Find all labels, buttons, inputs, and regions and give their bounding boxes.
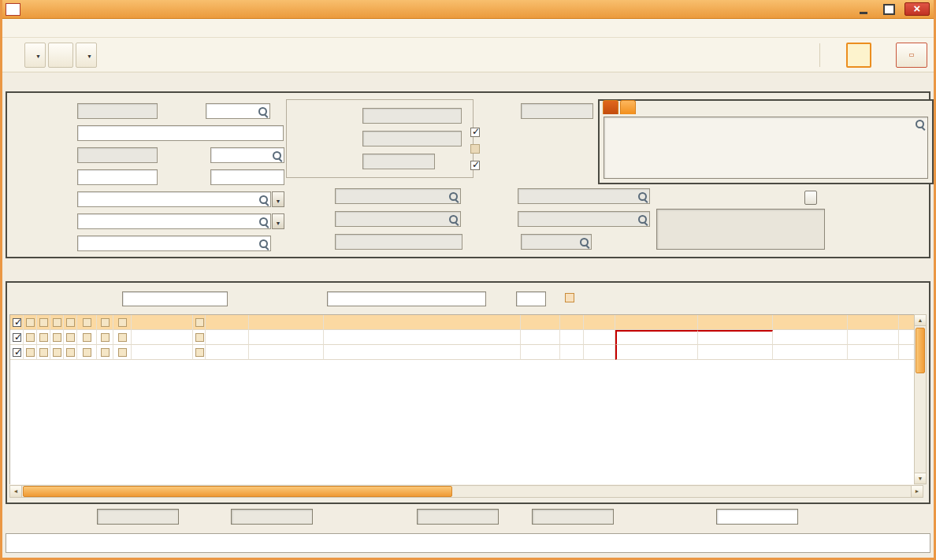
row-flag-checkbox[interactable]	[39, 333, 48, 342]
cell-unit[interactable]	[584, 315, 615, 330]
sub-orders-field[interactable]	[210, 169, 284, 185]
end-date-field[interactable]	[362, 131, 462, 146]
row-flag-checkbox[interactable]	[39, 318, 48, 327]
cell-description[interactable]	[324, 345, 521, 360]
cell-action[interactable]	[206, 330, 249, 345]
labor-planner-field[interactable]	[77, 235, 271, 251]
contact-tel-field[interactable]	[335, 234, 462, 250]
horizontal-scrollbar[interactable]	[9, 485, 923, 498]
duration-field[interactable]	[362, 154, 435, 169]
search-icon[interactable]	[637, 214, 648, 224]
sales-person-field[interactable]	[77, 213, 271, 229]
site-field[interactable]	[77, 169, 158, 185]
row-select-checkbox[interactable]	[13, 318, 21, 327]
product-input[interactable]	[327, 291, 486, 306]
number-field[interactable]	[77, 103, 158, 119]
tab-comments[interactable]	[603, 100, 618, 114]
cell-description[interactable]	[324, 315, 521, 330]
table-row[interactable]	[10, 315, 923, 330]
document-folder-box[interactable]	[656, 209, 825, 250]
cell-status[interactable]	[132, 315, 193, 330]
event-pricing-checkbox[interactable]	[470, 144, 480, 154]
cell-week-price[interactable]	[848, 330, 899, 345]
cell-week-price[interactable]	[848, 345, 899, 360]
cell-returning-site[interactable]	[698, 345, 773, 360]
search-icon[interactable]	[258, 106, 268, 117]
dwm-pricing-checkbox[interactable]	[470, 161, 480, 170]
start-date-field[interactable]	[362, 108, 462, 124]
scroll-up-icon[interactable]	[915, 315, 926, 326]
project-mgr-dropdown[interactable]	[272, 191, 284, 207]
comments-textarea[interactable]	[604, 117, 928, 179]
reset-button[interactable]	[804, 191, 817, 205]
sub-rent-button[interactable]	[76, 43, 97, 68]
row-flag-checkbox[interactable]	[118, 333, 127, 342]
chevron-down-icon[interactable]	[87, 49, 92, 61]
cell-status[interactable]	[132, 345, 193, 360]
sales-person-dropdown[interactable]	[272, 213, 284, 229]
horizontal-scroll-thumb[interactable]	[23, 486, 452, 497]
cell-qty[interactable]	[560, 330, 584, 345]
cell-description[interactable]	[324, 330, 521, 345]
description-field[interactable]	[77, 125, 284, 141]
date-created-field[interactable]	[77, 147, 158, 163]
maximize-icon[interactable]	[879, 2, 898, 16]
cell-qty[interactable]	[560, 315, 584, 330]
qty-input[interactable]	[516, 291, 546, 306]
show-suggestions-checkbox[interactable]	[470, 128, 480, 137]
contact-field[interactable]	[335, 211, 461, 227]
cell-day-each-price[interactable]	[773, 330, 848, 345]
cell-action[interactable]	[206, 315, 249, 330]
cell-product-id[interactable]	[249, 345, 324, 360]
cell-shipping-site[interactable]	[615, 315, 698, 330]
cell-qty[interactable]	[560, 345, 584, 360]
row-flag-checkbox[interactable]	[53, 318, 61, 327]
chevron-down-icon[interactable]	[35, 49, 41, 61]
scroll-right-icon[interactable]	[911, 486, 923, 497]
cell-shipping-site[interactable]	[615, 345, 698, 360]
customer-field[interactable]	[335, 188, 461, 204]
cell-unit[interactable]	[584, 345, 615, 360]
row-flag-checkbox[interactable]	[66, 333, 75, 342]
row-select-checkbox[interactable]	[13, 333, 21, 342]
row-flag-checkbox[interactable]	[83, 333, 91, 342]
row-flag-checkbox[interactable]	[26, 348, 35, 357]
search-inventory-button[interactable]	[24, 43, 46, 68]
bill-to-field[interactable]	[518, 188, 650, 204]
search-icon[interactable]	[272, 150, 282, 161]
search-icon[interactable]	[579, 237, 589, 247]
row-flag-checkbox[interactable]	[26, 318, 35, 327]
wand-button[interactable]	[846, 43, 871, 68]
cell-action[interactable]	[206, 345, 249, 360]
exit-button[interactable]	[896, 43, 927, 68]
cell-day-each-price[interactable]	[773, 345, 848, 360]
row-flag-checkbox[interactable]	[101, 348, 110, 357]
row-flag-checkbox[interactable]	[118, 318, 127, 327]
search-icon[interactable]	[915, 119, 925, 129]
cell-duration[interactable]	[521, 345, 560, 360]
cell-duration[interactable]	[521, 315, 560, 330]
minimize-icon[interactable]	[854, 2, 873, 16]
tab-labor-comments[interactable]	[620, 100, 636, 114]
update-existing-lines-checkbox[interactable]	[565, 293, 574, 302]
project-field[interactable]	[210, 147, 284, 163]
row-flag-checkbox[interactable]	[53, 333, 61, 342]
cell-shipping-site[interactable]	[615, 330, 698, 345]
row-flag-checkbox[interactable]	[83, 318, 91, 327]
project-mgr-field[interactable]	[77, 191, 271, 207]
row-flag-checkbox[interactable]	[101, 318, 110, 327]
row-flag-checkbox[interactable]	[53, 348, 61, 357]
row-select-checkbox[interactable]	[13, 348, 21, 357]
row-flag-checkbox[interactable]	[118, 348, 127, 357]
vertical-scrollbar[interactable]	[914, 314, 927, 484]
cell-unit[interactable]	[584, 330, 615, 345]
row-flag-checkbox[interactable]	[66, 318, 75, 327]
table-row[interactable]	[10, 345, 923, 360]
scroll-down-icon[interactable]	[915, 473, 926, 484]
language-field[interactable]	[521, 234, 592, 250]
search-icon[interactable]	[637, 191, 648, 202]
search-icon[interactable]	[258, 239, 269, 249]
cell-week-price[interactable]	[848, 315, 899, 330]
bill-contact-field[interactable]	[518, 211, 650, 227]
cell-returning-site[interactable]	[698, 315, 773, 330]
